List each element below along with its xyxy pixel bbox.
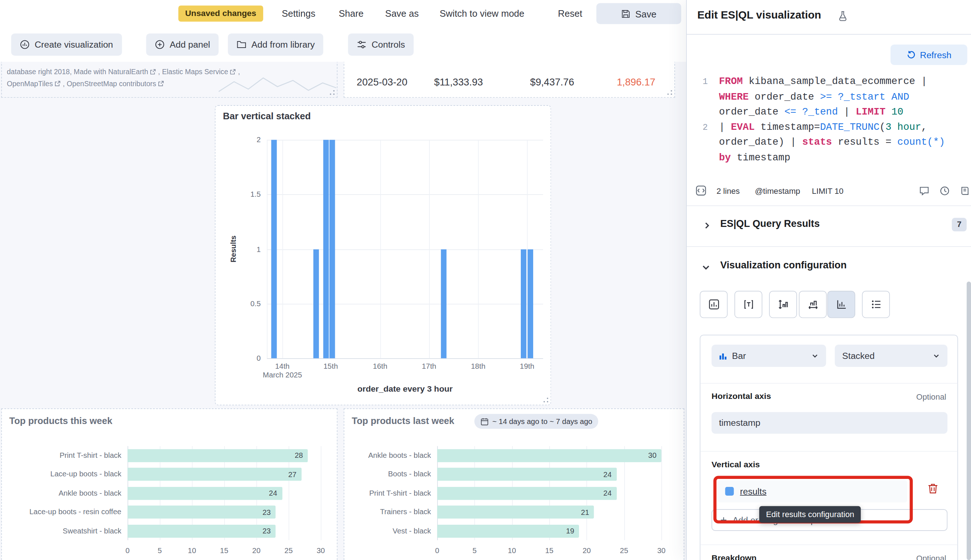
bar-value-label: 24 <box>603 470 617 478</box>
esql-code-editor[interactable]: 1FROM kibana_sample_data_ecommerce |WHER… <box>687 74 971 181</box>
chevron-down-icon[interactable] <box>701 262 711 272</box>
attribution-link[interactable]: OpenStreetMap contributors <box>67 80 156 87</box>
gridline <box>478 140 479 358</box>
divider <box>700 544 957 545</box>
add-from-library-button[interactable]: Add from library <box>228 33 324 56</box>
dashboard-top-bar: Unsaved changes Settings Share Save as S… <box>0 0 686 27</box>
attribution-text: , <box>158 68 162 75</box>
esql-query-results-section[interactable]: ES|QL Query Results <box>720 218 820 230</box>
x-tick-label: 10 <box>183 546 201 555</box>
tooltip: Edit results configuration <box>759 506 861 523</box>
flyout-scrollbar[interactable] <box>967 282 971 560</box>
folder-icon <box>237 40 246 50</box>
visualization-config-panel: Bar Stacked Horizontal axis Optional tim… <box>700 335 958 560</box>
horizontal-axis-icon-button[interactable] <box>799 291 827 318</box>
refresh-button[interactable]: Refresh <box>891 45 968 65</box>
x-axis-title: order_date every 3 hour <box>267 384 543 394</box>
horizontal-bar-plot: 051015202530Ankle boots - black30Boots -… <box>344 409 684 560</box>
chevron-down-icon <box>933 352 940 359</box>
axis-ticks-icon-button-selected[interactable] <box>827 291 855 318</box>
x-tick-label: 14th <box>262 362 302 370</box>
category-label: Ankle boots - black <box>344 449 431 462</box>
menu-save-as[interactable]: Save as <box>385 0 419 27</box>
save-button[interactable]: Save <box>597 3 681 24</box>
menu-switch-to-view-mode[interactable]: Switch to view mode <box>440 0 525 27</box>
map-coastline <box>219 73 336 95</box>
stack-mode-select[interactable]: Stacked <box>835 345 948 367</box>
bar <box>329 140 335 358</box>
vertical-axis-label: Vertical axis <box>712 460 760 469</box>
bar <box>313 249 319 358</box>
divider <box>700 383 957 383</box>
horizontal-axis-field[interactable]: timestamp <box>712 412 948 434</box>
dashboard-canvas: database right 2018, Made with NaturalEa… <box>0 62 686 560</box>
attribution-link[interactable]: OpenMapTiles <box>7 80 53 87</box>
x-tick-label: 20 <box>577 546 596 555</box>
editor-limit[interactable]: LIMIT 10 <box>812 186 844 196</box>
external-link-icon <box>55 80 61 87</box>
y-tick-label: 0.5 <box>216 299 261 308</box>
bar: 24 <box>128 487 282 500</box>
gridline <box>267 303 543 304</box>
bar-chart-plot: 00.511.5214thMarch 202515th16th17th18th1… <box>216 106 551 405</box>
bar-vertical-stacked-panel: Bar vertical stacked Results 00.511.5214… <box>215 105 551 405</box>
titles-text-icon-button[interactable] <box>734 291 762 318</box>
editor-timestamp-field[interactable]: @timestamp <box>755 186 800 196</box>
menu-settings[interactable]: Settings <box>282 0 315 27</box>
panel-resize-handle[interactable] <box>329 90 335 95</box>
editor-code-row: FROM kibana_sample_data_ecommerce | <box>719 74 927 90</box>
x-tick-label: 10 <box>503 546 521 555</box>
x-tick-label: 25 <box>615 546 633 555</box>
category-label: Ankle boots - black <box>5 487 122 500</box>
x-tick-sublabel: March 2025 <box>262 370 302 379</box>
plus-icon <box>720 516 727 524</box>
controls-button[interactable]: Controls <box>348 33 413 56</box>
panel-resize-handle[interactable] <box>667 90 673 95</box>
editor-code-row: | EVAL timestamp=DATE_TRUNC(3 hour, <box>719 120 927 135</box>
refresh-icon <box>906 50 916 60</box>
chart-appearance-icon-button[interactable] <box>700 291 728 318</box>
results-dimension-label[interactable]: results <box>740 486 767 496</box>
bar: 19 <box>437 524 579 537</box>
bar: 21 <box>437 505 594 518</box>
menu-share[interactable]: Share <box>339 0 364 27</box>
category-label: Boots - black <box>344 468 431 481</box>
sliders-icon <box>357 40 366 50</box>
x-tick-label: 25 <box>279 546 298 555</box>
gridline <box>267 249 543 250</box>
metric-value-1: $11,333.93 <box>434 77 483 88</box>
divider <box>687 205 971 206</box>
vertical-axis-icon-button[interactable] <box>769 291 797 318</box>
add-panel-button[interactable]: Add panel <box>146 33 219 56</box>
bar <box>528 249 533 358</box>
x-tick-label: 17th <box>409 362 449 370</box>
top-products-this-week-panel: Top products this week 051015202530Print… <box>1 408 338 560</box>
horizontal-bar-plot: 051015202530Print T-shirt - black28Lace-… <box>2 409 337 560</box>
chart-type-select[interactable]: Bar <box>712 345 826 367</box>
map-attribution-line-1: database right 2018, Made with NaturalEa… <box>7 68 240 75</box>
category-label: Sweatshirt - black <box>5 524 122 537</box>
legend-icon-button[interactable] <box>862 291 890 318</box>
attribution-link[interactable]: Elastic Maps Service <box>162 68 228 75</box>
visualization-configuration-section[interactable]: Visualization configuration <box>720 260 847 271</box>
optional-label: Optional <box>916 392 946 402</box>
query-history-icon[interactable] <box>939 185 950 196</box>
external-link-icon <box>150 69 156 75</box>
attribution-link[interactable]: Made with NaturalEarth <box>74 68 148 75</box>
delete-dimension-trash-icon[interactable] <box>927 483 939 494</box>
category-label: Print T-shirt - black <box>344 487 431 500</box>
chevron-right-icon[interactable] <box>702 221 712 230</box>
x-tick-label: 15 <box>540 546 559 555</box>
menu-reset[interactable]: Reset <box>558 0 582 27</box>
docs-icon[interactable] <box>960 185 970 196</box>
x-tick-label: 5 <box>150 546 169 555</box>
create-visualization-button[interactable]: Create visualization <box>11 33 122 56</box>
panel-resize-handle[interactable] <box>543 397 548 403</box>
gridline <box>321 446 321 540</box>
esql-icon <box>695 185 707 197</box>
results-count-badge: 7 <box>952 218 967 231</box>
bar <box>521 249 526 358</box>
gridline <box>429 140 430 358</box>
results-dimension-row[interactable]: results <box>718 480 907 502</box>
feedback-icon[interactable] <box>919 185 929 196</box>
